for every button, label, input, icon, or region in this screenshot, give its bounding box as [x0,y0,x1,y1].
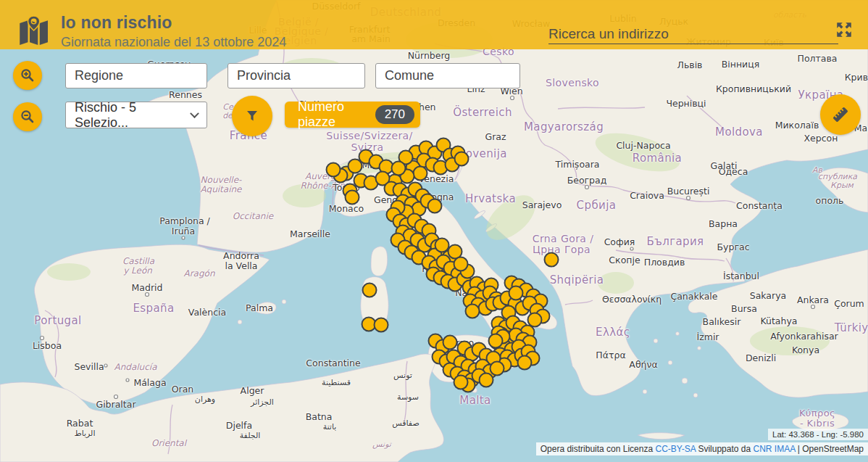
zoom-in-button[interactable] [13,61,42,90]
rischio-select[interactable]: Rischio - 5 Selezio... [65,102,207,128]
map-marker[interactable] [465,304,480,319]
map-attribution: Opera distribuita con Licenza CC-BY-SA S… [536,442,868,455]
map-marker[interactable] [348,159,363,174]
rischio-select-value: Rischio - 5 Selezio... [75,100,191,131]
map-marker[interactable] [544,252,559,268]
measure-button[interactable] [820,94,861,135]
map-marker[interactable] [454,375,469,390]
address-search-input[interactable] [548,25,838,44]
ruler-icon [830,104,851,125]
comune-input[interactable] [375,63,520,88]
piazze-count-pill: 270 [375,105,414,124]
map-application: DüsseldorfDeutschlandобластьLublinЛуцькD… [0,0,868,462]
zoom-out-button[interactable] [13,102,42,131]
map-marker[interactable] [435,238,450,253]
developer-link[interactable]: CNR IMAA [753,444,795,454]
map-marker[interactable] [413,166,428,181]
attribution-suffix: | OpenStreetMap [798,444,864,454]
map-marker[interactable] [509,286,524,301]
map-marker[interactable] [391,161,406,176]
fullscreen-icon[interactable] [835,20,854,39]
filter-button[interactable] [232,96,272,136]
page-title: Io non rischio [61,13,286,33]
map-marker[interactable] [454,152,470,167]
latlng-readout: Lat: 43.368 - Lng: -5.980 [768,429,868,440]
piazze-label: Numero piazze [298,99,375,130]
title-block: Io non rischio Giornata nazionale del 13… [61,13,286,50]
funnel-icon [243,107,261,125]
map-marker[interactable] [374,318,389,333]
license-link[interactable]: CC-BY-SA [655,444,696,454]
attribution-mid: Sviluppato da [698,444,751,454]
address-search [548,25,838,44]
map-pin-logo-icon [17,16,49,45]
map-marker[interactable] [517,355,533,371]
map-marker[interactable] [326,162,341,178]
map-marker[interactable] [454,257,469,272]
map-marker[interactable] [427,199,443,214]
map-marker[interactable] [443,335,458,350]
map-marker[interactable] [362,283,377,298]
attribution-prefix: Opera distribuita con Licenza [541,444,653,454]
app-header: Io non rischio Giornata nazionale del 13… [0,0,868,49]
zoom-out-icon [20,109,36,125]
map-marker[interactable] [479,373,494,388]
piazze-count-badge: Numero piazze 270 [285,102,420,128]
map-marker[interactable] [490,361,505,376]
map-marker[interactable] [488,334,504,349]
map-marker[interactable] [345,190,360,205]
page-subtitle: Giornata nazionale del 13 ottobre 2024 [61,35,286,50]
provincia-input[interactable] [228,63,365,88]
regione-input[interactable] [65,63,207,88]
zoom-in-icon [20,67,36,83]
chevron-down-icon [190,109,199,118]
